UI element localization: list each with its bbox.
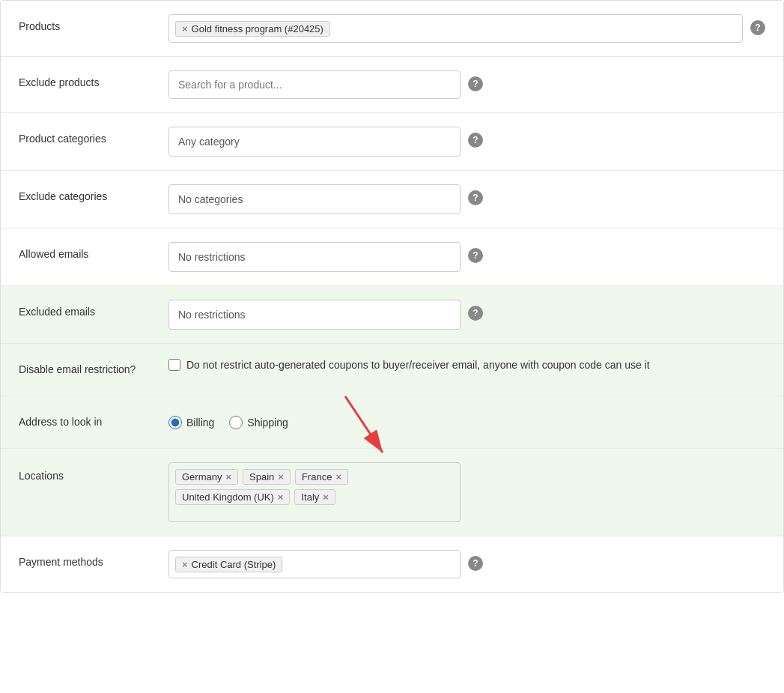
product-categories-help-icon[interactable]: ? xyxy=(468,133,483,148)
billing-radio-label: Billing xyxy=(186,417,214,429)
shipping-radio-label: Shipping xyxy=(247,417,288,429)
locations-field-content: Germany × Spain × France × United Kingdo… xyxy=(168,462,765,522)
disable-email-restriction-row: Disable email restriction? Do not restri… xyxy=(1,344,783,396)
exclude-products-wrapper xyxy=(168,70,461,99)
locations-tag-germany-remove[interactable]: × xyxy=(225,471,231,482)
address-to-look-in-row: Address to look in Billing Shipping xyxy=(1,396,783,449)
exclude-categories-wrapper: No categories xyxy=(168,184,461,214)
locations-tag-italy: Italy × xyxy=(294,489,335,505)
allowed-emails-label: Allowed emails xyxy=(19,242,168,260)
allowed-emails-input[interactable]: No restrictions xyxy=(168,242,461,272)
exclude-categories-row: Exclude categories No categories ? xyxy=(1,171,783,229)
locations-tag-france-text: France xyxy=(302,471,332,482)
disable-email-restriction-checkbox-label: Do not restrict auto-generated coupons t… xyxy=(186,357,650,373)
locations-wrapper: Germany × Spain × France × United Kingdo… xyxy=(168,462,461,522)
shipping-radio-option[interactable]: Shipping xyxy=(229,416,288,429)
products-label: Products xyxy=(19,14,168,32)
address-to-look-in-label: Address to look in xyxy=(19,410,168,428)
products-field-content: × Gold fitness program (#20425) ? xyxy=(168,14,765,43)
products-tag-text: Gold fitness program (#20425) xyxy=(192,23,323,34)
locations-box[interactable]: Germany × Spain × France × United Kingdo… xyxy=(168,462,461,522)
locations-tag-italy-text: Italy xyxy=(301,491,319,503)
allowed-emails-field-content: No restrictions ? xyxy=(168,242,765,272)
payment-methods-field-content: × Credit Card (Stripe) ? xyxy=(168,550,765,578)
exclude-categories-value: No categories xyxy=(178,193,243,205)
allowed-emails-value: No restrictions xyxy=(178,251,245,263)
exclude-categories-field-content: No categories ? xyxy=(168,184,765,214)
excluded-emails-wrapper: No restrictions xyxy=(168,300,461,330)
products-row: Products × Gold fitness program (#20425)… xyxy=(1,1,783,57)
locations-label: Locations xyxy=(19,462,168,482)
payment-methods-help-icon[interactable]: ? xyxy=(468,556,483,571)
disable-email-restriction-label: Disable email restriction? xyxy=(19,357,168,375)
locations-tag-uk-remove[interactable]: × xyxy=(278,491,284,503)
address-to-look-in-field-content: Billing Shipping xyxy=(168,410,765,429)
exclude-products-row: Exclude products ? xyxy=(1,57,783,113)
locations-tag-france-remove[interactable]: × xyxy=(335,471,341,482)
exclude-categories-input[interactable]: No categories xyxy=(168,184,461,214)
allowed-emails-help-icon[interactable]: ? xyxy=(468,248,483,263)
excluded-emails-row: Excluded emails No restrictions ? xyxy=(1,286,783,344)
locations-tag-germany-text: Germany xyxy=(182,471,222,482)
products-input[interactable]: × Gold fitness program (#20425) xyxy=(168,14,743,43)
billing-radio-option[interactable]: Billing xyxy=(168,416,214,429)
locations-tag-uk: United Kingdom (UK) × xyxy=(175,489,290,505)
payment-methods-row: Payment methods × Credit Card (Stripe) ? xyxy=(1,536,783,592)
products-help-icon[interactable]: ? xyxy=(750,20,765,35)
payment-methods-tag-text: Credit Card (Stripe) xyxy=(192,559,276,570)
payment-methods-label: Payment methods xyxy=(19,550,168,568)
excluded-emails-value: No restrictions xyxy=(178,309,245,321)
locations-row: Locations Germany × Spain × France × xyxy=(1,449,783,536)
product-categories-label: Product categories xyxy=(19,127,168,145)
address-radio-group: Billing Shipping xyxy=(168,410,288,429)
payment-methods-tag-credit-card: × Credit Card (Stripe) xyxy=(175,557,282,572)
exclude-products-field-content: ? xyxy=(168,70,765,99)
locations-tag-germany: Germany × xyxy=(175,469,238,485)
exclude-products-input[interactable] xyxy=(168,70,461,99)
locations-tag-france: France × xyxy=(295,469,348,485)
excluded-emails-help-icon[interactable]: ? xyxy=(468,306,483,321)
locations-tag-spain: Spain × xyxy=(243,469,291,485)
exclude-categories-help-icon[interactable]: ? xyxy=(468,190,483,205)
products-tag-gold-fitness: × Gold fitness program (#20425) xyxy=(175,21,330,37)
payment-methods-tag-remove-icon[interactable]: × xyxy=(182,559,188,570)
exclude-categories-label: Exclude categories xyxy=(19,184,168,202)
disable-email-content: Do not restrict auto-generated coupons t… xyxy=(168,357,650,373)
allowed-emails-wrapper: No restrictions xyxy=(168,242,461,272)
allowed-emails-row: Allowed emails No restrictions ? xyxy=(1,229,783,286)
exclude-products-help-icon[interactable]: ? xyxy=(468,76,483,91)
disable-email-restriction-checkbox[interactable] xyxy=(168,359,180,371)
product-categories-row: Product categories Any category ? xyxy=(1,113,783,171)
payment-methods-input[interactable]: × Credit Card (Stripe) xyxy=(168,550,461,578)
billing-radio-input[interactable] xyxy=(168,416,182,429)
product-categories-input[interactable]: Any category xyxy=(168,127,461,157)
shipping-radio-input[interactable] xyxy=(229,416,243,429)
locations-tag-spain-remove[interactable]: × xyxy=(278,471,284,482)
products-tag-remove-icon[interactable]: × xyxy=(182,23,188,34)
locations-tag-italy-remove[interactable]: × xyxy=(323,491,329,503)
excluded-emails-input[interactable]: No restrictions xyxy=(168,300,461,330)
settings-form: Products × Gold fitness program (#20425)… xyxy=(0,0,784,593)
product-categories-value: Any category xyxy=(178,136,240,148)
locations-tag-spain-text: Spain xyxy=(249,471,274,482)
excluded-emails-field-content: No restrictions ? xyxy=(168,300,765,330)
locations-tag-uk-text: United Kingdom (UK) xyxy=(182,491,274,503)
disable-email-restriction-field-content: Do not restrict auto-generated coupons t… xyxy=(168,357,765,373)
product-categories-field-content: Any category ? xyxy=(168,127,765,157)
product-categories-wrapper: Any category xyxy=(168,127,461,157)
exclude-products-label: Exclude products xyxy=(19,70,168,88)
excluded-emails-label: Excluded emails xyxy=(19,300,168,318)
